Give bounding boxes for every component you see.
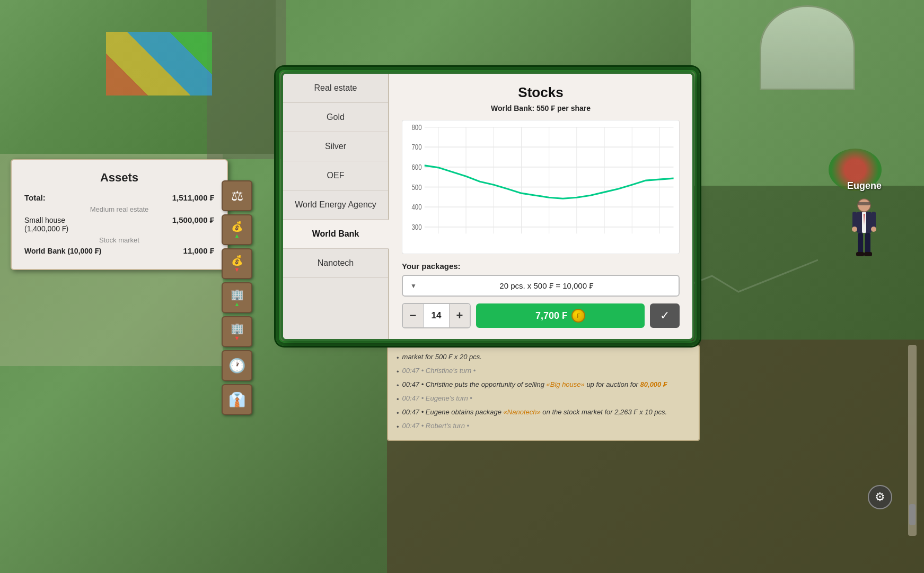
building-up-icon: 🏢 ▲: [231, 288, 244, 307]
qty-plus-btn[interactable]: +: [450, 304, 470, 327]
log-bullet: •: [397, 380, 399, 392]
svg-rect-22: [858, 202, 870, 205]
income-down-btn[interactable]: 💰 ▼: [222, 248, 252, 279]
dialog-menu: Real estate Gold Silver OEF World Energy…: [283, 74, 389, 339]
tie-icon: 👔: [228, 392, 245, 408]
building-down-btn[interactable]: 🏢 ▼: [222, 316, 252, 347]
log-text-5: 00:47 • Eugene obtains package «Nanotech…: [402, 406, 667, 418]
assets-panel: Assets Total: 1,511,000 ₣ Medium real es…: [11, 159, 228, 270]
checkmark-icon: ✓: [660, 309, 670, 323]
event-log: • market for 500 ₣ x 20 pcs. • 00:47 • C…: [387, 345, 700, 441]
log-bullet: •: [397, 421, 399, 433]
svg-rect-30: [858, 233, 863, 254]
log-entry-1: • market for 500 ₣ x 20 pcs.: [397, 351, 690, 364]
svg-text:400: 400: [411, 203, 421, 211]
buy-button[interactable]: 7,700 ₣ ₣: [476, 303, 645, 328]
scrollbar[interactable]: [908, 345, 917, 536]
coin-icon: ₣: [571, 309, 585, 323]
gear-icon: ⚙: [875, 490, 885, 504]
packages-label: Your packages:: [402, 262, 680, 271]
log-text-1: market for 500 ₣ x 20 pcs.: [402, 351, 482, 363]
balance-icon: ⚖: [231, 188, 243, 204]
menu-silver[interactable]: Silver: [283, 132, 388, 161]
log-text-3: 00:47 • Christine puts the opportunity o…: [402, 379, 667, 390]
menu-world-bank[interactable]: World Bank: [283, 220, 389, 249]
building-down-icon: 🏢 ▼: [231, 322, 244, 341]
item2-value: 11,000 ₣: [183, 246, 214, 255]
building-up-btn[interactable]: 🏢 ▲: [222, 282, 252, 313]
menu-real-estate[interactable]: Real estate: [283, 74, 388, 103]
log-bullet: •: [397, 394, 399, 405]
character-panel: Eugene: [847, 180, 882, 259]
category2-label: Stock market: [24, 236, 214, 244]
income-up-btn[interactable]: 💰 ▲: [222, 214, 252, 245]
character-figure: [848, 196, 880, 259]
total-value: 1,511,000 ₣: [172, 193, 214, 202]
item2-name: World Bank (10,000 ₣): [24, 247, 101, 255]
income-up-icon: 💰 ▲: [231, 221, 243, 239]
assets-title: Assets: [24, 171, 214, 185]
sidebar-icons: ⚖ 💰 ▲ 💰 ▼ 🏢 ▲ 🏢 ▼ 🕐 👔: [222, 180, 252, 415]
log-bullet: •: [397, 366, 399, 378]
package-text: 20 pcs. x 500 ₣ = 10,000 ₣: [422, 281, 671, 290]
log-text-4: 00:47 • Eugene's turn •: [402, 393, 472, 404]
total-label: Total:: [24, 193, 46, 202]
log-bullet: •: [397, 352, 399, 364]
clock-icon: 🕐: [228, 358, 245, 374]
qty-value: 14: [423, 304, 450, 327]
dropdown-chevron: ▼: [410, 282, 417, 290]
menu-nanotech[interactable]: Nanotech: [283, 249, 388, 278]
buy-amount: 7,700 ₣: [535, 310, 567, 322]
balance-icon-btn[interactable]: ⚖: [222, 180, 252, 211]
stock-chart: 800 700 600 500 400 300: [402, 120, 680, 254]
confirm-button[interactable]: ✓: [650, 303, 680, 328]
packages-dropdown[interactable]: ▼ 20 pcs. x 500 ₣ = 10,000 ₣: [402, 275, 680, 297]
svg-rect-27: [872, 212, 876, 229]
settings-button[interactable]: ⚙: [868, 485, 892, 509]
tie-btn[interactable]: 👔: [222, 384, 252, 415]
svg-text:700: 700: [411, 143, 421, 151]
svg-text:500: 500: [411, 184, 421, 192]
menu-oef[interactable]: OEF: [283, 161, 388, 190]
stocks-title: Stocks: [402, 84, 680, 101]
category1-label: Medium real estate: [24, 205, 214, 213]
log-entry-2: • 00:47 • Christine's turn •: [397, 365, 690, 378]
menu-gold[interactable]: Gold: [283, 103, 388, 132]
quantity-control: − 14 +: [402, 303, 471, 328]
stocks-dialog: Real estate Gold Silver OEF World Energy…: [281, 72, 694, 341]
log-text-2: 00:47 • Christine's turn •: [402, 365, 476, 377]
item1-name: Small house (1,400,000 ₣): [24, 216, 68, 233]
log-bullet: •: [397, 407, 399, 419]
scrollbar-thumb[interactable]: [909, 504, 916, 525]
income-down-icon: 💰 ▼: [231, 255, 243, 273]
svg-rect-33: [864, 252, 872, 256]
log-text-6: 00:47 • Robert's turn •: [402, 420, 469, 432]
qty-minus-btn[interactable]: −: [403, 304, 423, 327]
dialog-content: Stocks World Bank: 550 ₣ per share: [389, 74, 692, 339]
menu-world-energy-agency[interactable]: World Energy Agency: [283, 190, 388, 220]
log-entry-3: • 00:47 • Christine puts the opportunity…: [397, 379, 690, 392]
item1-value: 1,500,000 ₣: [172, 215, 214, 224]
svg-rect-31: [865, 233, 870, 254]
svg-text:600: 600: [411, 163, 421, 171]
log-entry-4: • 00:47 • Eugene's turn •: [397, 393, 690, 405]
chart-svg: 800 700 600 500 400 300: [402, 120, 679, 254]
svg-rect-26: [852, 212, 857, 229]
log-entry-6: • 00:47 • Robert's turn •: [397, 420, 690, 433]
character-name: Eugene: [847, 180, 882, 192]
stocks-subtitle: World Bank: 550 ₣ per share: [402, 104, 680, 112]
svg-text:800: 800: [411, 124, 421, 132]
svg-rect-32: [856, 252, 864, 256]
log-entry-5: • 00:47 • Eugene obtains package «Nanote…: [397, 406, 690, 419]
svg-text:300: 300: [411, 223, 421, 231]
bottom-controls: − 14 + 7,700 ₣ ₣ ✓: [402, 303, 680, 328]
svg-point-29: [871, 227, 876, 232]
clock-btn[interactable]: 🕐: [222, 350, 252, 381]
svg-point-28: [852, 227, 857, 232]
